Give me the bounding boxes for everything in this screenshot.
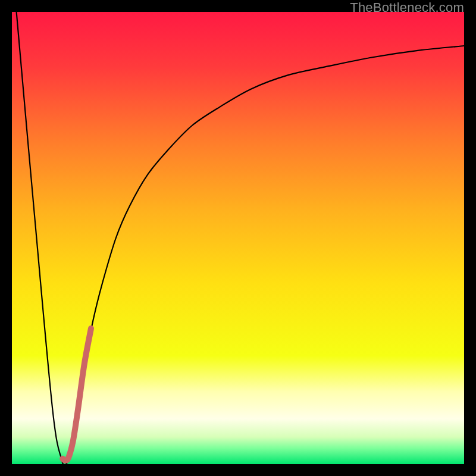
watermark-text: TheBottleneck.com	[350, 0, 464, 15]
bottleneck-chart	[12, 12, 464, 464]
chart-frame: TheBottleneck.com	[0, 0, 476, 476]
